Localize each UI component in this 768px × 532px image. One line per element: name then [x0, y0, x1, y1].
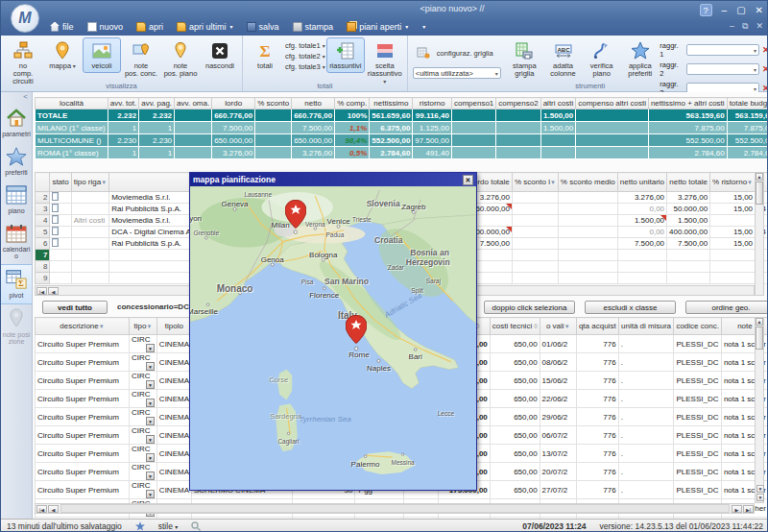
- column-header[interactable]: altri costi: [540, 98, 576, 109]
- map-marker-icon[interactable]: [285, 200, 306, 230]
- scroll-thumb[interactable]: [756, 181, 763, 205]
- dropdown-icon[interactable]: ▼: [146, 362, 155, 371]
- row-number[interactable]: 9: [36, 273, 50, 284]
- scroll-down2-icon[interactable]: ▼: [756, 494, 764, 501]
- column-header[interactable]: % sconto: [255, 98, 292, 109]
- menu-item-salva[interactable]: salva: [242, 21, 284, 33]
- column-header[interactable]: descrizione ▼: [36, 318, 130, 335]
- column-header[interactable]: [36, 173, 50, 192]
- map-close-icon[interactable]: ✕: [463, 175, 473, 185]
- map-canvas[interactable]: GenevaLausanneyonGrenobleMilanVeronaVeni…: [190, 186, 476, 490]
- dropdown-icon[interactable]: ▼: [146, 380, 155, 389]
- sidebar-item-piano[interactable]: piano: [1, 181, 32, 219]
- ribbon-button-totali[interactable]: Σtotali: [246, 37, 284, 73]
- column-header[interactable]: avv. tot.: [108, 98, 138, 109]
- configura-griglia-button[interactable]: configuraz. griglia: [413, 42, 501, 63]
- dropdown-icon[interactable]: ▼: [146, 453, 155, 462]
- column-header[interactable]: netto unitario: [617, 173, 666, 192]
- menu-item-stampa[interactable]: stampa: [288, 21, 339, 33]
- button-ordine-geo-[interactable]: ordine geo.: [685, 301, 768, 314]
- column-header[interactable]: tipolo: [156, 318, 191, 335]
- nav-first-icon[interactable]: |◀: [36, 505, 47, 513]
- nav-prev-icon[interactable]: ◀: [48, 287, 59, 295]
- nav-next-icon[interactable]: ▶: [732, 505, 742, 513]
- column-header[interactable]: tipo riga ▼: [71, 173, 108, 192]
- column-header[interactable]: netto: [292, 98, 335, 109]
- button-doppio-click-seleziona[interactable]: doppio click seleziona: [484, 301, 575, 314]
- style-selector[interactable]: stile ▾: [158, 521, 179, 531]
- raggr-combo[interactable]: ▾: [686, 44, 759, 56]
- column-header[interactable]: stato: [50, 173, 71, 192]
- row-number[interactable]: 4: [36, 215, 50, 227]
- totals-row-totale[interactable]: TOTALE2.2322.232660.776,00660.776,00100%…: [36, 109, 768, 122]
- hscroll-track[interactable]: [60, 504, 730, 513]
- maximize-button[interactable]: ▢: [736, 5, 745, 15]
- menu-item-file[interactable]: file: [45, 21, 79, 33]
- circuits-grid-vscrollbar[interactable]: ▲ ▼ ▼: [755, 317, 764, 503]
- filter-icon[interactable]: ▼: [564, 323, 570, 330]
- scroll-thumb[interactable]: [756, 326, 763, 350]
- row-number[interactable]: 8: [36, 261, 50, 273]
- ribbon-button-mappa[interactable]: mappa ▾: [43, 37, 82, 73]
- column-header[interactable]: avv. oma.: [175, 98, 212, 109]
- column-header[interactable]: % sconto medio: [558, 173, 617, 192]
- column-header[interactable]: compenso altri costi: [576, 98, 649, 109]
- filter-icon[interactable]: ▼: [101, 179, 107, 186]
- column-header[interactable]: o vali ▼: [540, 318, 576, 335]
- dropdown-icon[interactable]: ▼: [146, 344, 155, 352]
- column-header[interactable]: codice conc.: [674, 318, 721, 335]
- column-header[interactable]: compenso2: [496, 98, 540, 109]
- row-number[interactable]: 2: [36, 192, 50, 204]
- sidebar-item-calendario[interactable]: calendario: [1, 219, 32, 264]
- sidebar-collapse-button[interactable]: <: [1, 92, 32, 104]
- sidebar-item-preferiti[interactable]: preferiti: [1, 142, 32, 181]
- totals-row-multicomune[interactable]: MULTICOMUNE ()2.2302.230650.000,00650.00…: [36, 134, 768, 147]
- sidebar-item-pivot[interactable]: Σpivot: [1, 264, 32, 304]
- child-restore-button[interactable]: ⧉: [742, 21, 748, 32]
- help-button[interactable]: ?: [700, 4, 712, 16]
- ribbon-button-riassuntivi[interactable]: riassuntivi: [326, 37, 365, 73]
- nav-prev-icon[interactable]: ◀: [48, 505, 59, 513]
- menu-item-apri-ultimi[interactable]: apri ultimi▾: [172, 21, 238, 33]
- row-number[interactable]: 6: [36, 238, 50, 250]
- ribbon-cfg-item[interactable]: cfg. totale2 ▾: [285, 52, 325, 60]
- child-close-button[interactable]: ✕: [756, 21, 763, 32]
- minimize-button[interactable]: –: [722, 5, 728, 15]
- menu-item-apri[interactable]: apri: [132, 21, 168, 33]
- column-header[interactable]: nettissimo: [370, 98, 413, 109]
- scroll-up-icon[interactable]: ▲: [756, 173, 763, 181]
- column-header[interactable]: qta acquist: [576, 318, 618, 335]
- ribbon-cfg-item[interactable]: cfg. totale1 ▾: [285, 41, 325, 50]
- scroll-up-icon[interactable]: ▲: [756, 318, 763, 326]
- sidebar-item-parametri[interactable]: parametri: [1, 104, 32, 142]
- dropdown-icon[interactable]: ▼: [146, 490, 155, 498]
- dropdown-icon[interactable]: ▼: [146, 435, 155, 444]
- style-icon[interactable]: [135, 521, 145, 531]
- totals-row-milano[interactable]: MILANO (1° classe)117.500,007.500,001,1%…: [36, 122, 768, 134]
- nav-first-icon[interactable]: |◀: [36, 287, 47, 295]
- row-number[interactable]: 3: [36, 204, 50, 215]
- filter-icon[interactable]: ▼: [146, 323, 152, 330]
- vedi-tutto-button[interactable]: vedi tutto: [42, 301, 108, 314]
- column-header[interactable]: % sconto l ▼: [513, 173, 559, 192]
- sidebar-item-note-posizione[interactable]: note posizione: [1, 304, 32, 350]
- map-marker-icon[interactable]: [346, 315, 367, 346]
- child-minimize-button[interactable]: –: [730, 21, 734, 32]
- menu-item-overflow[interactable]: ▾: [417, 22, 430, 31]
- column-header[interactable]: lordo: [212, 98, 255, 109]
- zoom-tool-icon[interactable]: [191, 521, 201, 531]
- button-escludi-x-classe[interactable]: escludi x classe: [585, 301, 676, 314]
- map-window-titlebar[interactable]: mappa pianificazione ✕: [190, 173, 476, 186]
- column-header[interactable]: nettissimo + altri costi: [648, 98, 727, 109]
- column-header[interactable]: compenso1: [451, 98, 495, 109]
- clear-raggr-icon[interactable]: ✕: [762, 64, 768, 74]
- nav-last-icon[interactable]: ▶|: [743, 505, 754, 513]
- column-header[interactable]: costi tecnici ◊: [490, 318, 540, 335]
- ribbon-button-note-pos-conc-[interactable]: notepos. conc.: [122, 37, 160, 81]
- dropdown-icon[interactable]: ▼: [146, 417, 155, 425]
- ribbon-button-adatta-colonne[interactable]: ABCadattacolonne: [544, 37, 582, 81]
- dropdown-icon[interactable]: ▼: [146, 399, 155, 407]
- ribbon-button-stampa-griglia[interactable]: stampagriglia: [506, 37, 543, 81]
- menu-item-nuovo[interactable]: nuovo: [83, 21, 129, 33]
- filter-icon[interactable]: ▼: [99, 323, 105, 330]
